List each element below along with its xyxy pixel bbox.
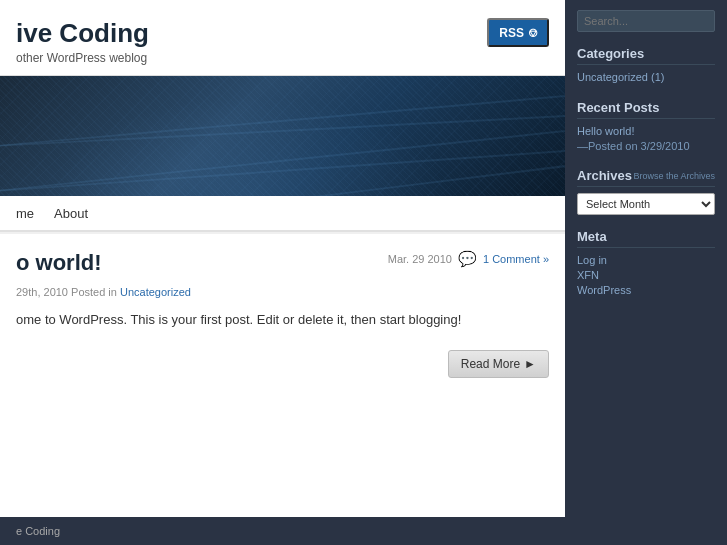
meta-link-login[interactable]: Log in	[577, 254, 715, 266]
post-excerpt: ome to WordPress. This is your first pos…	[16, 310, 549, 330]
nav-item-about[interactable]: About	[54, 198, 100, 229]
meta-link-wordpress[interactable]: WordPress	[577, 284, 715, 296]
comment-icon: 💬	[458, 250, 477, 268]
read-more-arrow-icon: ►	[524, 357, 536, 371]
rss-button[interactable]: RSS ⎊	[487, 18, 549, 47]
post-category-link[interactable]: Uncategorized	[120, 286, 191, 298]
footer-text: e Coding	[16, 525, 60, 537]
rss-label: RSS	[499, 26, 524, 40]
sidebar-recent-posts-section: Recent Posts Hello world! —Posted on 3/2…	[577, 100, 715, 154]
post-title: o world!	[16, 250, 102, 276]
post-meta-date: 29th, 2010	[16, 286, 68, 298]
site-nav: me About	[0, 196, 565, 232]
sidebar-categories-section: Categories Uncategorized (1)	[577, 46, 715, 86]
hero-decoration	[0, 76, 565, 196]
post-meta: 29th, 2010 Posted in Uncategorized	[16, 286, 549, 298]
sidebar: Categories Uncategorized (1) Recent Post…	[565, 0, 727, 545]
rss-icon: ⎊	[529, 25, 537, 40]
archives-select[interactable]: Select Month	[577, 193, 715, 215]
comment-link[interactable]: 1 Comment »	[483, 253, 549, 265]
archives-header: Archives Browse the Archives	[577, 168, 715, 187]
post-header-row: o world! Mar. 29 2010 💬 1 Comment »	[16, 250, 549, 282]
post-title-wrapper: o world!	[16, 250, 102, 282]
page-wrapper: ive Coding other WordPress weblog RSS ⎊ …	[0, 0, 727, 545]
search-input[interactable]	[577, 10, 715, 32]
recent-post-date-0: —Posted on 3/29/2010	[577, 140, 715, 152]
post-date: Mar. 29 2010	[388, 253, 452, 265]
nav-item-home[interactable]: me	[16, 198, 46, 229]
post-comment-bar: Mar. 29 2010 💬 1 Comment »	[388, 250, 549, 268]
read-more-wrapper: Read More ►	[16, 350, 549, 378]
archives-browse-label: Browse the Archives	[633, 171, 715, 181]
content-area: o world! Mar. 29 2010 💬 1 Comment » 29th…	[0, 234, 565, 517]
categories-heading: Categories	[577, 46, 715, 65]
post-meta-text: Posted in	[71, 286, 117, 298]
sidebar-search	[577, 10, 715, 32]
read-more-button[interactable]: Read More ►	[448, 350, 549, 378]
recent-post-link-0[interactable]: Hello world!	[577, 125, 715, 137]
read-more-label: Read More	[461, 357, 520, 371]
site-title: ive Coding	[16, 18, 549, 49]
site-tagline: other WordPress weblog	[16, 51, 549, 65]
site-header: ive Coding other WordPress weblog RSS ⎊	[0, 0, 565, 76]
hero-image	[0, 76, 565, 196]
meta-heading: Meta	[577, 229, 715, 248]
site-footer: e Coding	[0, 517, 565, 545]
recent-posts-heading: Recent Posts	[577, 100, 715, 119]
sidebar-meta-section: Meta Log in XFN WordPress	[577, 229, 715, 299]
archives-heading: Archives	[577, 168, 632, 183]
sidebar-archives-section: Archives Browse the Archives Select Mont…	[577, 168, 715, 215]
meta-link-xfn[interactable]: XFN	[577, 269, 715, 281]
main-column: ive Coding other WordPress weblog RSS ⎊ …	[0, 0, 565, 545]
category-uncategorized[interactable]: Uncategorized (1)	[577, 71, 715, 83]
